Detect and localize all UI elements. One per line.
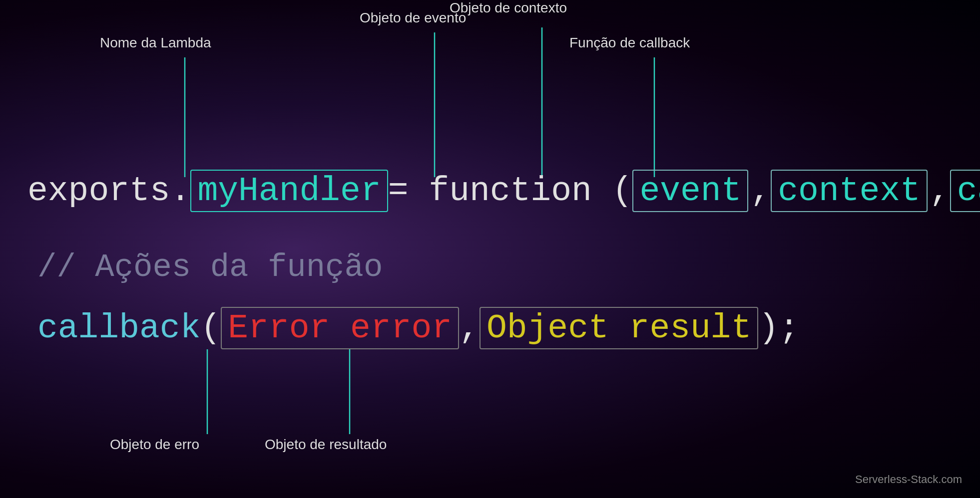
main-code-line: exports. myHandler = function ( event , … (27, 170, 980, 212)
comma3: , (459, 309, 480, 347)
error-error-token: Error error (221, 307, 459, 349)
comma2: , (930, 172, 950, 210)
exports-dot: exports. (27, 172, 190, 210)
label-nome-da-lambda: Nome da Lambda (100, 35, 211, 51)
open-paren: ( (200, 309, 221, 347)
comma1: , (750, 172, 771, 210)
comment-line: // Ações da função (37, 249, 383, 285)
callback-call-line: callback ( Error error , Object result )… (37, 307, 799, 349)
context-token: context (771, 170, 928, 212)
label-objeto-de-erro: Objeto de erro (110, 437, 199, 453)
watermark: Serverless-Stack.com (855, 473, 962, 486)
equals-function: = function ( (388, 172, 633, 210)
label-funcao-de-callback: Função de callback (569, 35, 690, 51)
close-paren: ); (758, 309, 799, 347)
label-objeto-de-contexto: Objeto de contexto (450, 0, 567, 16)
label-objeto-de-resultado: Objeto de resultado (265, 437, 387, 453)
event-token: event (632, 170, 748, 212)
object-result-token: Object result (480, 307, 759, 349)
callback-call-token: callback (37, 309, 200, 347)
myhandler-token: myHandler (190, 170, 388, 212)
callback-param-token: callback (950, 170, 980, 212)
